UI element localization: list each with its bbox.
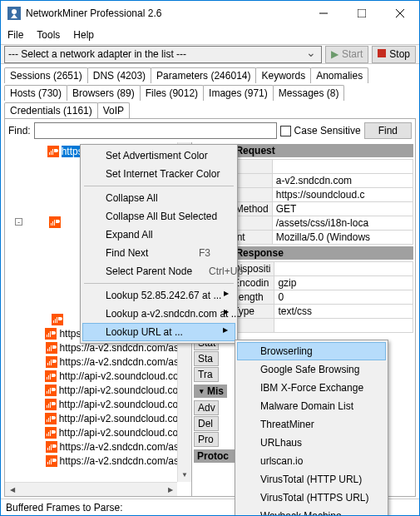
svg-rect-17 [55,319,56,323]
tab-hosts[interactable]: Hosts (730) [4,85,67,101]
svg-rect-32 [47,377,47,380]
submenu-vt-https[interactable]: VirusTotal (HTTPS URL) [237,489,386,507]
app-icon [7,7,21,20]
soundcloud-icon [45,370,57,382]
find-button[interactable]: Find [364,122,412,139]
submenu-browserling[interactable]: Browserling [237,342,386,360]
tree-item-label: https://a-v2.sndcdn.com/assets/im [60,441,190,453]
start-button[interactable]: ▶ Start [325,46,368,63]
svg-rect-48 [47,434,47,436]
svg-rect-24 [47,349,48,351]
tree-item[interactable]: http://api-v2.soundcloud.com/paym [7,425,190,439]
context-menu[interactable]: Set Advertisment Color Set Internet Trac… [80,144,238,344]
submenu-urlscan[interactable]: urlscan.io [237,452,386,470]
svg-rect-16 [53,320,54,323]
tree-scrollbar-horizontal[interactable]: ◀▶ [5,482,177,496]
tabs-row-1: Sessions (2651) DNS (4203) Parameters (2… [1,64,419,83]
submenu-gsb[interactable]: Google Safe Browsing [237,360,386,379]
submenu-wayback[interactable]: Wayback Machine [237,507,386,516]
transfer-button[interactable]: Tra [194,367,219,382]
tab-browsers[interactable]: Browsers (89) [67,85,141,101]
menu-help[interactable]: Help [73,29,94,41]
tree-item[interactable]: http://api-v2.soundcloud.com/featu [7,369,190,383]
tab-credentials[interactable]: Credentials (1161) [4,102,98,118]
stop-button[interactable]: Stop [372,46,416,63]
ctx-lookup-ip[interactable]: Lookup 52.85.242.67 at ... [82,286,235,305]
svg-rect-29 [49,361,50,365]
lookup-url-submenu[interactable]: Browserling Google Safe Browsing IBM X-F… [235,340,388,516]
soundcloud-icon [45,413,57,424]
ctx-collapse-all-but[interactable]: Collapse All But Selected [82,207,235,226]
soundcloud-icon [45,427,57,439]
svg-rect-53 [49,446,50,450]
soundcloud-icon [52,314,63,325]
ctx-lookup-url[interactable]: Lookup URL at ... [82,323,235,341]
svg-rect-36 [47,391,47,394]
misc-header[interactable]: ▾Mis [194,385,227,398]
tree-item-label: http://api-v2.soundcloud.com/paym [59,399,190,410]
submenu-xforce[interactable]: IBM X-Force Exchange [237,379,386,397]
tab-images[interactable]: Images (971) [203,85,274,101]
menu-file[interactable]: File [7,29,23,41]
submenu-threatminer[interactable]: ThreatMiner [237,415,386,434]
tab-messages[interactable]: Messages (8) [273,85,345,101]
ctx-set-tracker-color[interactable]: Set Internet Tracker Color [82,165,235,183]
svg-rect-41 [48,404,49,408]
pro-button[interactable]: Pro [194,432,219,447]
submenu-mdl[interactable]: Malware Domain List [237,397,386,415]
ctx-select-parent[interactable]: Select Parent NodeCtrl+Up [82,262,235,280]
start-button-small[interactable]: Sta [194,351,219,366]
close-button[interactable] [381,1,419,26]
svg-rect-10 [52,149,53,155]
svg-rect-44 [47,419,47,422]
svg-rect-26 [51,345,52,351]
tree-item[interactable]: https://a-v2.sndcdn.com/assets/im [7,439,190,454]
adapter-select[interactable]: --- Select a network adapter in the list… [4,46,322,63]
svg-rect-30 [51,360,52,365]
svg-rect-56 [47,462,48,464]
ctx-collapse-all[interactable]: Collapse All [82,189,235,207]
submenu-vt-http[interactable]: VirusTotal (HTTP URL) [237,470,386,489]
tree-item[interactable]: http://api-v2.soundcloud.com/paym [7,397,190,411]
tree-item[interactable]: http://api-v2.soundcloud.com/paym [7,411,190,425]
tab-files[interactable]: Files (9012) [140,85,204,101]
tree-item[interactable]: https://a-v2.sndcdn.com/assets/im [7,355,190,369]
ctx-find-next[interactable]: Find NextF3 [82,244,235,262]
tab-content: Find: Case Sensitive Find https://a-v2.s… [4,118,416,497]
svg-rect-34 [50,374,51,380]
case-sensitive-label: Case Sensitive [294,125,361,136]
protocol-header[interactable]: Protoc [194,449,235,463]
tree-item-label: https://a-v2.sndcdn.com/assets/im [60,455,190,467]
case-sensitive-checkbox[interactable] [280,126,291,136]
svg-rect-6 [378,49,386,57]
svg-rect-46 [50,416,51,422]
soundcloud-icon [45,399,57,410]
ctx-lookup-host[interactable]: Lookup a-v2.sndcdn.com at ... [82,305,235,323]
svg-rect-37 [48,389,49,394]
soundcloud-icon [49,216,61,228]
maximize-button[interactable] [343,1,381,26]
ctx-set-ad-color[interactable]: Set Advertisment Color [82,146,235,165]
submenu-urlhaus[interactable]: URLhaus [237,434,386,452]
del-button[interactable]: Del [194,416,219,431]
ctx-expand-all[interactable]: Expand All [82,226,235,244]
adv-button[interactable]: Adv [194,400,219,415]
menu-bar: File Tools Help [1,26,419,44]
find-bar: Find: Case Sensitive Find [5,119,415,142]
tree-item[interactable]: https://a-v2.sndcdn.com/assets/im [7,454,190,468]
svg-rect-12 [51,223,52,226]
minimize-button[interactable] [304,1,343,26]
svg-rect-13 [52,221,53,226]
svg-rect-3 [358,9,366,17]
tree-item[interactable]: http://api-v2.soundcloud.com/paym [7,383,190,397]
svg-rect-28 [47,363,48,365]
tree-item-label: http://api-v2.soundcloud.com/paym [59,413,190,424]
tree-expander[interactable]: - [15,218,22,226]
soundcloud-icon [47,146,59,157]
find-input[interactable] [34,122,277,139]
tab-voip[interactable]: VoIP [97,102,130,118]
svg-rect-8 [49,152,50,155]
menu-tools[interactable]: Tools [37,29,60,41]
svg-rect-57 [49,460,50,464]
soundcloud-icon [45,385,57,396]
